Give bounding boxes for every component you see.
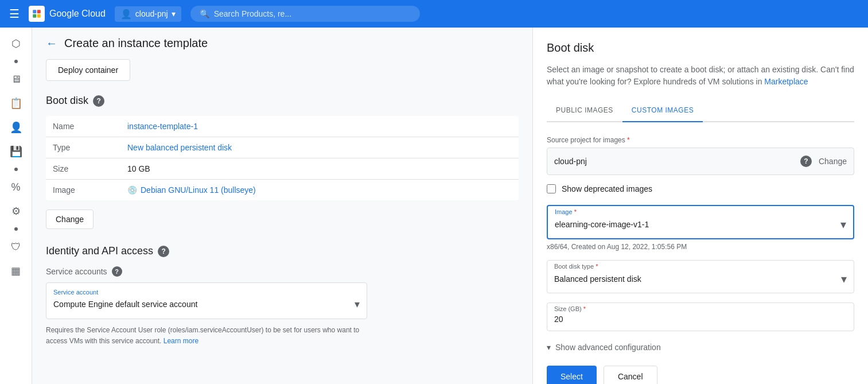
change-button[interactable]: Change — [46, 210, 94, 229]
marketplace-link[interactable]: Marketplace — [764, 77, 808, 86]
nav-dot-2 — [14, 168, 18, 171]
nav-icon-monitor[interactable]: 🖥 — [5, 68, 28, 91]
service-account-field-label: Service account — [53, 285, 360, 296]
content-area: ← Create an instance template Deploy con… — [32, 28, 532, 384]
boot-disk-type-chevron-icon: ▾ — [841, 272, 847, 286]
nav-icon-settings[interactable]: ⚙ — [5, 200, 28, 223]
image-select-value: elearning-core-image-v1-1 — [555, 220, 649, 229]
google-cloud-text: Google Cloud — [49, 9, 106, 19]
service-accounts-help-icon[interactable]: ? — [112, 266, 122, 277]
deprecated-checkbox-row: Show deprecated images — [547, 184, 854, 193]
nav-dot-1 — [14, 60, 18, 63]
image-field-label: Image * — [555, 208, 846, 215]
deploy-container-button[interactable]: Deploy container — [46, 59, 130, 81]
boot-disk-type-label: Boot disk type * — [554, 263, 847, 270]
source-project-field-group: Source project for images * cloud-pnj ? … — [547, 136, 854, 175]
size-field-label: Size (GB) * — [554, 305, 847, 312]
svg-rect-3 — [37, 14, 41, 18]
service-account-chevron-icon: ▾ — [355, 298, 360, 311]
back-button[interactable]: ← — [46, 37, 57, 50]
source-project-value: cloud-pnj — [554, 157, 800, 166]
topbar: ☰ Google Cloud 👤 cloud-pnj ▾ 🔍 Search Pr… — [0, 0, 868, 28]
nav-icon-storage[interactable]: 💾 — [5, 140, 28, 163]
tab-custom-images[interactable]: CUSTOM IMAGES — [622, 99, 703, 122]
hamburger-icon[interactable]: ☰ — [9, 7, 20, 21]
field-value-size: 10 GB — [120, 158, 519, 180]
image-field-group: Image * elearning-core-image-v1-1 ▾ x86/… — [547, 205, 854, 251]
google-cloud-logo: Google Cloud — [29, 6, 106, 22]
size-field-value: 20 — [554, 312, 847, 328]
deprecated-label[interactable]: Show deprecated images — [562, 184, 652, 193]
page-header: ← Create an instance template — [46, 37, 519, 50]
tab-public-images[interactable]: PUBLIC IMAGES — [547, 99, 622, 122]
nav-icon-list[interactable]: 📋 — [5, 92, 28, 115]
boot-disk-title: Boot disk — [46, 95, 88, 107]
search-icon: 🔍 — [200, 9, 209, 18]
image-chevron-icon: ▾ — [840, 218, 846, 231]
boot-disk-help-icon[interactable]: ? — [93, 95, 104, 107]
nav-icon-percent[interactable]: % — [5, 176, 28, 199]
search-bar[interactable]: 🔍 Search Products, re... — [190, 6, 420, 22]
field-label-type: Type — [46, 137, 120, 158]
service-accounts-label: Service accounts — [46, 267, 107, 276]
chevron-right-icon: ▾ — [547, 343, 551, 352]
disk-icon: 💿 — [127, 185, 137, 195]
identity-help-icon[interactable]: ? — [158, 246, 169, 257]
field-label-name: Name — [46, 116, 120, 137]
tabs-container: PUBLIC IMAGES CUSTOM IMAGES — [547, 99, 854, 122]
page-title: Create an instance template — [64, 37, 208, 50]
boot-disk-type-field-wrap[interactable]: Boot disk type * Balanced persistent dis… — [547, 260, 854, 293]
table-row: Name instance-template-1 — [46, 116, 519, 137]
identity-title: Identity and API access — [46, 245, 153, 257]
service-account-select-wrap[interactable]: Service account Compute Engine default s… — [46, 282, 367, 319]
boot-disk-type-value: Balanced persistent disk — [554, 274, 641, 284]
svg-rect-0 — [33, 10, 36, 13]
source-project-field: cloud-pnj ? Change — [547, 148, 854, 175]
cloud-logo-icon — [29, 6, 45, 22]
field-value-name: instance-template-1 — [120, 116, 519, 137]
advanced-config-label: Show advanced configuration — [555, 343, 661, 352]
nav-icon-shield[interactable]: 🛡 — [5, 235, 28, 258]
service-account-note: Requires the Service Account User role (… — [46, 325, 367, 347]
panel-title: Boot disk — [547, 41, 854, 55]
table-row: Size 10 GB — [46, 158, 519, 180]
project-name: cloud-pnj — [135, 9, 168, 18]
deprecated-checkbox[interactable] — [547, 184, 556, 193]
panel-description: Select an image or snapshot to create a … — [547, 64, 854, 88]
learn-more-link[interactable]: Learn more — [164, 337, 198, 345]
select-button[interactable]: Select — [547, 366, 597, 384]
boot-disk-type-field-group: Boot disk type * Balanced persistent dis… — [547, 260, 854, 293]
svg-rect-2 — [33, 14, 36, 18]
project-selector[interactable]: 👤 cloud-pnj ▾ — [115, 6, 181, 22]
image-field-wrap[interactable]: Image * elearning-core-image-v1-1 ▾ — [547, 205, 854, 239]
field-label-size: Size — [46, 158, 120, 180]
chevron-down-icon: ▾ — [172, 9, 176, 18]
size-field-wrap[interactable]: Size (GB) * 20 — [547, 302, 854, 331]
identity-section: Identity and API access ? Service accoun… — [46, 245, 519, 347]
boot-disk-info-table: Name instance-template-1 Type New balanc… — [46, 116, 519, 200]
field-value-image: 💿 Debian GNU/Linux 11 (bullseye) — [120, 180, 519, 200]
cancel-button[interactable]: Cancel — [604, 366, 657, 384]
table-row: Type New balanced persistent disk — [46, 137, 519, 158]
nav-icon-person[interactable]: 👤 — [5, 116, 28, 139]
source-project-change-link[interactable]: Change — [819, 157, 847, 166]
nav-dot-3 — [14, 227, 18, 231]
table-row: Image 💿 Debian GNU/Linux 11 (bullseye) — [46, 180, 519, 201]
nav-icon-cpu[interactable]: ⬡ — [5, 32, 28, 55]
action-buttons: Select Cancel — [547, 366, 854, 384]
size-field-group: Size (GB) * 20 — [547, 302, 854, 331]
field-label-image: Image — [46, 180, 120, 201]
search-placeholder: Search Products, re... — [214, 9, 291, 18]
image-hint: x86/64, Created on Aug 12, 2022, 1:05:56… — [547, 243, 854, 251]
left-nav: ⬡ 🖥 📋 👤 💾 % ⚙ 🛡 ▦ — [0, 28, 32, 384]
field-value-type: New balanced persistent disk — [120, 137, 519, 158]
svg-rect-1 — [37, 10, 41, 13]
source-project-help-icon[interactable]: ? — [800, 156, 812, 167]
nav-icon-grid[interactable]: ▦ — [5, 259, 28, 282]
boot-disk-section: Boot disk ? Name instance-template-1 Typ… — [46, 95, 519, 229]
source-project-label: Source project for images * — [547, 136, 854, 144]
account-circle-icon: 👤 — [120, 9, 132, 20]
advanced-config-toggle[interactable]: ▾ Show advanced configuration — [547, 343, 854, 352]
service-account-value: Compute Engine default service account — [53, 300, 197, 309]
right-panel: Boot disk Select an image or snapshot to… — [532, 28, 868, 384]
